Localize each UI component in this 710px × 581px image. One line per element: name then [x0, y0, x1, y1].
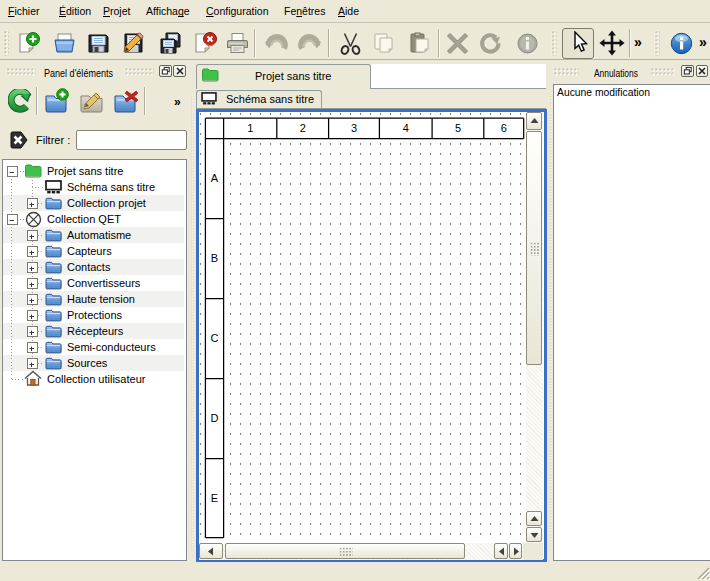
svg-text:4: 4: [402, 122, 408, 134]
svg-text:D: D: [210, 412, 218, 424]
svg-text:C: C: [210, 332, 218, 344]
svg-text:B: B: [210, 252, 217, 264]
svg-text:3: 3: [350, 122, 356, 134]
svg-text:E: E: [210, 492, 217, 504]
svg-text:1: 1: [247, 122, 253, 134]
svg-text:A: A: [210, 172, 218, 184]
svg-text:2: 2: [299, 122, 305, 134]
svg-text:6: 6: [500, 122, 506, 134]
svg-text:5: 5: [454, 122, 460, 134]
